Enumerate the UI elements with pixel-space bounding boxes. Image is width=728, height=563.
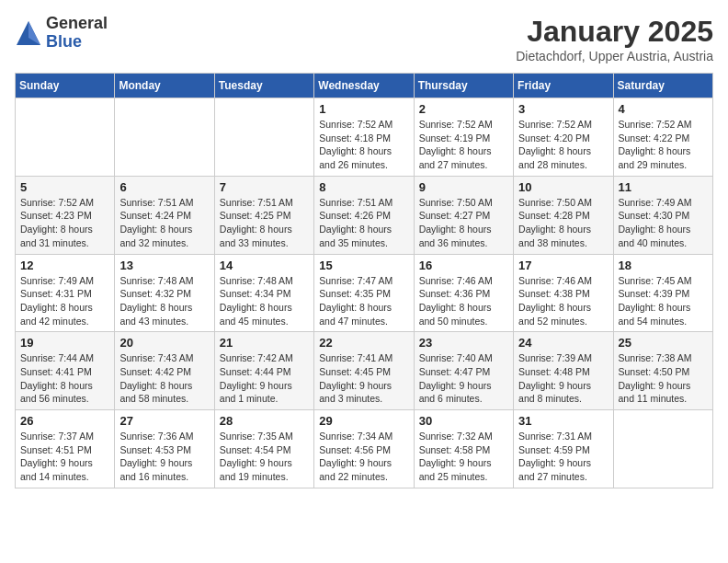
day-info: Sunrise: 7:32 AM Sunset: 4:58 PM Dayligh…: [419, 430, 508, 484]
day-number: 22: [319, 336, 408, 350]
calendar-cell: [16, 98, 115, 177]
day-info: Sunrise: 7:48 AM Sunset: 4:34 PM Dayligh…: [220, 274, 309, 328]
day-number: 11: [619, 180, 708, 194]
day-number: 30: [419, 414, 508, 428]
calendar-cell: 8Sunrise: 7:51 AM Sunset: 4:26 PM Daylig…: [314, 176, 414, 254]
weekday-header-wednesday: Wednesday: [314, 74, 414, 98]
logo-general-text: General: [46, 15, 108, 33]
page-header: General Blue January 2025 Dietachdorf, U…: [15, 15, 713, 63]
day-number: 12: [20, 259, 109, 272]
calendar-title: January 2025: [516, 15, 713, 49]
calendar-cell: 16Sunrise: 7:46 AM Sunset: 4:36 PM Dayli…: [414, 254, 513, 332]
day-number: 4: [619, 102, 708, 116]
logo-text: General Blue: [46, 15, 108, 52]
calendar-cell: 12Sunrise: 7:49 AM Sunset: 4:31 PM Dayli…: [16, 254, 115, 332]
day-info: Sunrise: 7:50 AM Sunset: 4:28 PM Dayligh…: [518, 196, 608, 250]
weekday-header-monday: Monday: [115, 74, 214, 98]
day-info: Sunrise: 7:52 AM Sunset: 4:18 PM Dayligh…: [319, 118, 408, 172]
calendar-cell: 26Sunrise: 7:37 AM Sunset: 4:51 PM Dayli…: [16, 410, 115, 488]
calendar-cell: 5Sunrise: 7:52 AM Sunset: 4:23 PM Daylig…: [16, 176, 115, 254]
logo-icon: [15, 19, 42, 47]
day-number: 29: [319, 414, 408, 428]
weekday-header-friday: Friday: [514, 74, 613, 98]
day-number: 13: [119, 259, 209, 272]
day-number: 27: [119, 414, 209, 428]
calendar-cell: 29Sunrise: 7:34 AM Sunset: 4:56 PM Dayli…: [314, 410, 414, 488]
calendar-cell: 15Sunrise: 7:47 AM Sunset: 4:35 PM Dayli…: [314, 254, 414, 332]
day-info: Sunrise: 7:52 AM Sunset: 4:19 PM Dayligh…: [419, 118, 508, 172]
calendar-week-4: 19Sunrise: 7:44 AM Sunset: 4:41 PM Dayli…: [16, 332, 713, 410]
day-number: 20: [119, 336, 209, 350]
calendar-cell: 3Sunrise: 7:52 AM Sunset: 4:20 PM Daylig…: [514, 98, 613, 177]
day-number: 16: [419, 259, 508, 272]
calendar-cell: 30Sunrise: 7:32 AM Sunset: 4:58 PM Dayli…: [414, 410, 513, 488]
calendar-week-2: 5Sunrise: 7:52 AM Sunset: 4:23 PM Daylig…: [16, 176, 713, 254]
calendar-cell: 22Sunrise: 7:41 AM Sunset: 4:45 PM Dayli…: [314, 332, 414, 410]
day-number: 24: [518, 336, 608, 350]
calendar-cell: 9Sunrise: 7:50 AM Sunset: 4:27 PM Daylig…: [414, 176, 513, 254]
day-info: Sunrise: 7:45 AM Sunset: 4:39 PM Dayligh…: [619, 274, 708, 328]
calendar-cell: 24Sunrise: 7:39 AM Sunset: 4:48 PM Dayli…: [514, 332, 613, 410]
logo: General Blue: [15, 15, 108, 52]
calendar-cell: 7Sunrise: 7:51 AM Sunset: 4:25 PM Daylig…: [214, 176, 313, 254]
calendar-cell: 10Sunrise: 7:50 AM Sunset: 4:28 PM Dayli…: [514, 176, 613, 254]
day-number: 23: [419, 336, 508, 350]
day-number: 3: [518, 102, 608, 116]
day-info: Sunrise: 7:34 AM Sunset: 4:56 PM Dayligh…: [319, 430, 408, 484]
day-info: Sunrise: 7:43 AM Sunset: 4:42 PM Dayligh…: [119, 351, 209, 406]
day-info: Sunrise: 7:52 AM Sunset: 4:20 PM Dayligh…: [518, 118, 608, 172]
day-info: Sunrise: 7:51 AM Sunset: 4:25 PM Dayligh…: [220, 196, 309, 250]
day-info: Sunrise: 7:38 AM Sunset: 4:50 PM Dayligh…: [619, 351, 708, 406]
day-info: Sunrise: 7:37 AM Sunset: 4:51 PM Dayligh…: [20, 430, 109, 484]
day-info: Sunrise: 7:31 AM Sunset: 4:59 PM Dayligh…: [518, 430, 608, 484]
day-info: Sunrise: 7:49 AM Sunset: 4:30 PM Dayligh…: [619, 196, 708, 250]
calendar-cell: [214, 98, 313, 177]
weekday-header-thursday: Thursday: [414, 74, 513, 98]
weekday-header-saturday: Saturday: [613, 74, 712, 98]
day-info: Sunrise: 7:47 AM Sunset: 4:35 PM Dayligh…: [319, 274, 408, 328]
day-info: Sunrise: 7:44 AM Sunset: 4:41 PM Dayligh…: [20, 351, 109, 406]
day-number: 10: [518, 180, 608, 194]
calendar-cell: 19Sunrise: 7:44 AM Sunset: 4:41 PM Dayli…: [16, 332, 115, 410]
day-number: 1: [319, 102, 408, 116]
day-info: Sunrise: 7:40 AM Sunset: 4:47 PM Dayligh…: [419, 351, 508, 406]
calendar-cell: 6Sunrise: 7:51 AM Sunset: 4:24 PM Daylig…: [115, 176, 214, 254]
calendar-cell: 23Sunrise: 7:40 AM Sunset: 4:47 PM Dayli…: [414, 332, 513, 410]
calendar-cell: 11Sunrise: 7:49 AM Sunset: 4:30 PM Dayli…: [613, 176, 712, 254]
day-info: Sunrise: 7:36 AM Sunset: 4:53 PM Dayligh…: [119, 430, 209, 484]
day-info: Sunrise: 7:49 AM Sunset: 4:31 PM Dayligh…: [20, 274, 109, 328]
day-info: Sunrise: 7:46 AM Sunset: 4:38 PM Dayligh…: [518, 274, 608, 328]
weekday-header-row: SundayMondayTuesdayWednesdayThursdayFrid…: [16, 74, 713, 98]
day-info: Sunrise: 7:50 AM Sunset: 4:27 PM Dayligh…: [419, 196, 508, 250]
calendar-cell: 13Sunrise: 7:48 AM Sunset: 4:32 PM Dayli…: [115, 254, 214, 332]
day-number: 18: [619, 259, 708, 272]
day-number: 7: [220, 180, 309, 194]
day-number: 21: [220, 336, 309, 350]
calendar-cell: 27Sunrise: 7:36 AM Sunset: 4:53 PM Dayli…: [115, 410, 214, 488]
calendar-cell: 25Sunrise: 7:38 AM Sunset: 4:50 PM Dayli…: [613, 332, 712, 410]
day-info: Sunrise: 7:39 AM Sunset: 4:48 PM Dayligh…: [518, 351, 608, 406]
day-number: 31: [518, 414, 608, 428]
day-number: 9: [419, 180, 508, 194]
day-info: Sunrise: 7:35 AM Sunset: 4:54 PM Dayligh…: [220, 430, 309, 484]
day-info: Sunrise: 7:48 AM Sunset: 4:32 PM Dayligh…: [119, 274, 209, 328]
calendar-cell: 20Sunrise: 7:43 AM Sunset: 4:42 PM Dayli…: [115, 332, 214, 410]
calendar-week-3: 12Sunrise: 7:49 AM Sunset: 4:31 PM Dayli…: [16, 254, 713, 332]
calendar-table: SundayMondayTuesdayWednesdayThursdayFrid…: [15, 73, 713, 488]
calendar-cell: 17Sunrise: 7:46 AM Sunset: 4:38 PM Dayli…: [514, 254, 613, 332]
calendar-cell: 18Sunrise: 7:45 AM Sunset: 4:39 PM Dayli…: [613, 254, 712, 332]
calendar-cell: [613, 410, 712, 488]
calendar-cell: 4Sunrise: 7:52 AM Sunset: 4:22 PM Daylig…: [613, 98, 712, 177]
title-block: January 2025 Dietachdorf, Upper Austria,…: [516, 15, 713, 63]
weekday-header-tuesday: Tuesday: [214, 74, 313, 98]
calendar-cell: 14Sunrise: 7:48 AM Sunset: 4:34 PM Dayli…: [214, 254, 313, 332]
day-info: Sunrise: 7:51 AM Sunset: 4:24 PM Dayligh…: [119, 196, 209, 250]
day-info: Sunrise: 7:46 AM Sunset: 4:36 PM Dayligh…: [419, 274, 508, 328]
calendar-cell: 21Sunrise: 7:42 AM Sunset: 4:44 PM Dayli…: [214, 332, 313, 410]
day-number: 5: [20, 180, 109, 194]
day-number: 28: [220, 414, 309, 428]
day-number: 19: [20, 336, 109, 350]
calendar-week-5: 26Sunrise: 7:37 AM Sunset: 4:51 PM Dayli…: [16, 410, 713, 488]
calendar-cell: 1Sunrise: 7:52 AM Sunset: 4:18 PM Daylig…: [314, 98, 414, 177]
weekday-header-sunday: Sunday: [16, 74, 115, 98]
